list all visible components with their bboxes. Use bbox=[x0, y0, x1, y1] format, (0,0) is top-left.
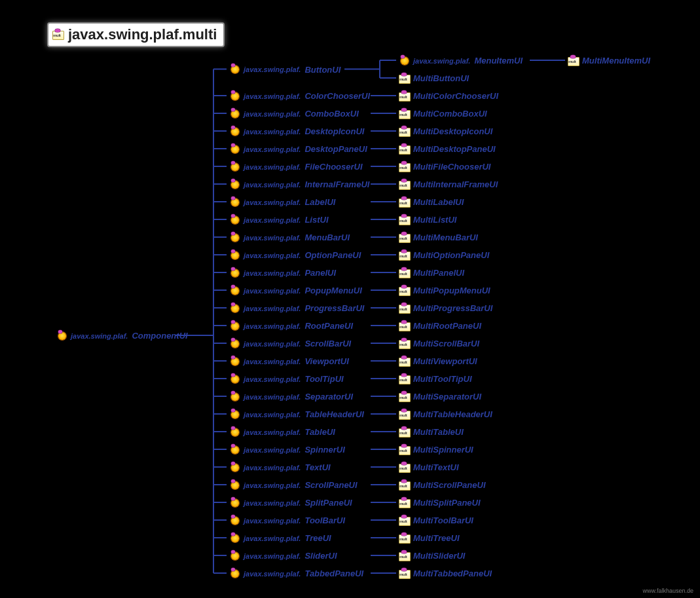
multi-class-icon bbox=[399, 162, 411, 172]
external-class-icon bbox=[229, 286, 241, 295]
class-node-multitoolbarui[interactable]: MultiToolBarUI bbox=[399, 515, 473, 525]
class-node-sliderui[interactable]: javax.swing.plaf.SliderUI bbox=[229, 551, 337, 561]
class-name: MultiSpinnerUI bbox=[413, 445, 473, 455]
class-node-multidesktopiconui[interactable]: MultiDesktopIconUI bbox=[399, 126, 492, 136]
class-node-multilistui[interactable]: MultiListUI bbox=[399, 215, 456, 225]
class-name: MultiTableUI bbox=[413, 427, 464, 437]
multi-class-icon bbox=[568, 56, 580, 65]
class-node-multiinternalframeui[interactable]: MultiInternalFrameUI bbox=[399, 179, 498, 189]
class-node-progressbarui[interactable]: javax.swing.plaf.ProgressBarUI bbox=[229, 303, 364, 313]
class-prefix: javax.swing.plaf. bbox=[244, 65, 302, 73]
class-node-multicomboboxui[interactable]: MultiComboBoxUI bbox=[399, 109, 487, 119]
class-node-splitpaneui[interactable]: javax.swing.plaf.SplitPaneUI bbox=[229, 498, 352, 508]
external-class-icon bbox=[229, 198, 241, 207]
class-node-tableheaderui[interactable]: javax.swing.plaf.TableHeaderUI bbox=[229, 409, 364, 419]
class-node-multidesktoppaneui[interactable]: MultiDesktopPaneUI bbox=[399, 144, 496, 154]
class-prefix: javax.swing.plaf. bbox=[244, 216, 302, 224]
class-node-multilabelui[interactable]: MultiLabelUI bbox=[399, 197, 464, 207]
class-name: MultiTextUI bbox=[413, 462, 459, 472]
class-node-menubarui[interactable]: javax.swing.plaf.MenuBarUI bbox=[229, 233, 350, 242]
class-node-multipanelui[interactable]: MultiPanelUI bbox=[399, 268, 464, 278]
class-node-multitreeui[interactable]: MultiTreeUI bbox=[399, 533, 460, 543]
multi-class-icon bbox=[399, 410, 411, 419]
class-node-scrollpaneui[interactable]: javax.swing.plaf.ScrollPaneUI bbox=[229, 480, 358, 490]
credit-text: www.falkhausen.de bbox=[642, 588, 693, 594]
external-class-icon bbox=[229, 569, 241, 578]
class-name: ComponentUI bbox=[132, 331, 187, 341]
class-name: OptionPaneUI bbox=[304, 250, 361, 260]
class-node-labelui[interactable]: javax.swing.plaf.LabelUI bbox=[229, 197, 335, 207]
multi-class-icon bbox=[399, 428, 411, 437]
multi-class-icon bbox=[399, 516, 411, 525]
class-node-multisliderui[interactable]: MultiSliderUI bbox=[399, 551, 465, 561]
class-node-textui[interactable]: javax.swing.plaf.TextUI bbox=[229, 462, 331, 472]
class-node-multitableheaderui[interactable]: MultiTableHeaderUI bbox=[399, 409, 492, 419]
class-node-tooltipui[interactable]: javax.swing.plaf.ToolTipUI bbox=[229, 374, 344, 384]
class-prefix: javax.swing.plaf. bbox=[244, 305, 302, 312]
class-node-multifilechooserui[interactable]: MultiFileChooserUI bbox=[399, 162, 490, 172]
class-node-treeui[interactable]: javax.swing.plaf.TreeUI bbox=[229, 533, 331, 543]
external-class-icon bbox=[229, 251, 241, 260]
class-name: InternalFrameUI bbox=[304, 179, 369, 189]
external-class-icon bbox=[229, 498, 241, 508]
class-name: MultiButtonUI bbox=[413, 73, 469, 83]
multi-class-icon bbox=[399, 198, 411, 207]
class-node-buttonui[interactable]: javax.swing.plaf.ButtonUI bbox=[229, 65, 341, 75]
class-node-desktoppaneui[interactable]: javax.swing.plaf.DesktopPaneUI bbox=[229, 144, 367, 154]
class-node-desktopiconui[interactable]: javax.swing.plaf.DesktopIconUI bbox=[229, 126, 364, 136]
class-node-multiscrollpaneui[interactable]: MultiScrollPaneUI bbox=[399, 480, 486, 490]
class-name: RootPaneUI bbox=[304, 321, 353, 331]
class-node-multitextui[interactable]: MultiTextUI bbox=[399, 462, 459, 472]
class-node-multimenubarui[interactable]: MultiMenuBarUI bbox=[399, 233, 478, 242]
multi-class-icon bbox=[399, 109, 411, 119]
class-node-multimenuitemui[interactable]: MultiMenuItemUI bbox=[568, 56, 650, 65]
class-node-spinnerui[interactable]: javax.swing.plaf.SpinnerUI bbox=[229, 445, 345, 455]
class-node-internalframeui[interactable]: javax.swing.plaf.InternalFrameUI bbox=[229, 179, 369, 189]
class-node-multipopupmenuui[interactable]: MultiPopupMenuUI bbox=[399, 286, 490, 295]
class-node-popupmenuui[interactable]: javax.swing.plaf.PopupMenuUI bbox=[229, 286, 362, 295]
class-node-separatorui[interactable]: javax.swing.plaf.SeparatorUI bbox=[229, 392, 353, 402]
class-name: MultiViewportUI bbox=[413, 356, 477, 366]
class-prefix: javax.swing.plaf. bbox=[244, 552, 302, 560]
class-node-tabbedpaneui[interactable]: javax.swing.plaf.TabbedPaneUI bbox=[229, 569, 363, 578]
class-node-multibuttonui[interactable]: MultiButtonUI bbox=[399, 73, 469, 83]
class-node-multitableui[interactable]: MultiTableUI bbox=[399, 427, 464, 437]
class-node-colorchooserui[interactable]: javax.swing.plaf.ColorChooserUI bbox=[229, 91, 370, 101]
external-class-icon bbox=[229, 516, 241, 525]
class-node-tableui[interactable]: javax.swing.plaf.TableUI bbox=[229, 427, 335, 437]
class-node-rootpaneui[interactable]: javax.swing.plaf.RootPaneUI bbox=[229, 321, 353, 331]
class-node-multirootpaneui[interactable]: MultiRootPaneUI bbox=[399, 321, 481, 331]
class-node-multiscrollbarui[interactable]: MultiScrollBarUI bbox=[399, 339, 479, 348]
class-node-multiviewportui[interactable]: MultiViewportUI bbox=[399, 356, 477, 366]
class-node-panelui[interactable]: javax.swing.plaf.PanelUI bbox=[229, 268, 336, 278]
class-name: MultiMenuItemUI bbox=[582, 56, 650, 65]
class-name: DesktopIconUI bbox=[304, 126, 364, 136]
class-node-filechooserui[interactable]: javax.swing.plaf.FileChooserUI bbox=[229, 162, 363, 172]
external-class-icon bbox=[229, 322, 241, 331]
class-node-multicolorchooserui[interactable]: MultiColorChooserUI bbox=[399, 91, 498, 101]
multi-class-icon bbox=[399, 269, 411, 278]
external-class-icon bbox=[229, 269, 241, 278]
class-node-componentui[interactable]: javax.swing.plaf.ComponentUI bbox=[56, 331, 188, 341]
class-node-menuitemui[interactable]: javax.swing.plaf.MenuItemUI bbox=[399, 56, 523, 65]
class-node-multiseparatorui[interactable]: MultiSeparatorUI bbox=[399, 392, 481, 402]
class-node-multispinnerui[interactable]: MultiSpinnerUI bbox=[399, 445, 473, 455]
class-node-multiprogressbarui[interactable]: MultiProgressBarUI bbox=[399, 303, 492, 313]
class-node-scrollbarui[interactable]: javax.swing.plaf.ScrollBarUI bbox=[229, 339, 351, 348]
class-name: MenuItemUI bbox=[474, 56, 523, 65]
class-name: LabelUI bbox=[304, 197, 335, 207]
class-node-toolbarui[interactable]: javax.swing.plaf.ToolBarUI bbox=[229, 515, 345, 525]
class-node-viewportui[interactable]: javax.swing.plaf.ViewportUI bbox=[229, 356, 349, 366]
multi-class-icon bbox=[399, 322, 411, 331]
class-node-optionpaneui[interactable]: javax.swing.plaf.OptionPaneUI bbox=[229, 250, 361, 260]
class-node-multioptionpaneui[interactable]: MultiOptionPaneUI bbox=[399, 250, 489, 260]
class-node-comboboxui[interactable]: javax.swing.plaf.ComboBoxUI bbox=[229, 109, 359, 119]
external-class-icon bbox=[229, 162, 241, 172]
class-prefix: javax.swing.plaf. bbox=[244, 446, 302, 454]
class-node-listui[interactable]: javax.swing.plaf.ListUI bbox=[229, 215, 329, 225]
class-name: MultiInternalFrameUI bbox=[413, 179, 498, 189]
class-node-multitooltipui[interactable]: MultiToolTipUI bbox=[399, 374, 472, 384]
class-node-multitabbedpaneui[interactable]: MultiTabbedPaneUI bbox=[399, 569, 492, 578]
class-prefix: javax.swing.plaf. bbox=[244, 499, 302, 507]
class-node-multisplitpaneui[interactable]: MultiSplitPaneUI bbox=[399, 498, 481, 508]
